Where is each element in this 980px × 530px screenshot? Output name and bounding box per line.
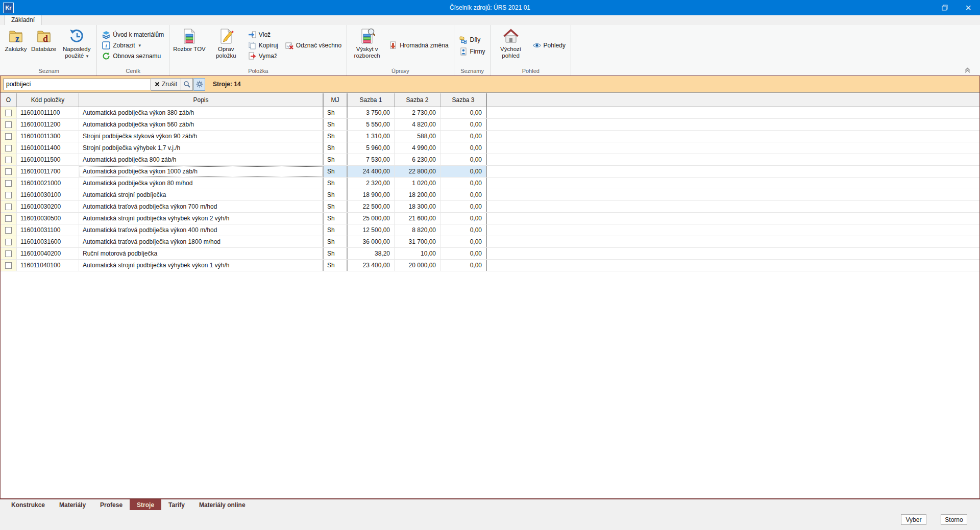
row-checkbox[interactable] — [5, 180, 12, 187]
ribbon-button-obnova-seznamu[interactable]: Obnova seznamu — [101, 52, 165, 61]
table-row[interactable]: 116010011400Strojní podbíječka výhybek 1… — [1, 142, 979, 154]
cancel-button[interactable]: Storno — [941, 514, 967, 525]
cell-mj: Sh — [324, 154, 348, 165]
row-checkbox[interactable] — [5, 157, 12, 163]
close-window-button[interactable]: × — [957, 0, 980, 15]
cell-code: 116010030100 — [17, 189, 79, 200]
ribbon-button-zobrazit[interactable]: iZobrazit▾ — [101, 41, 165, 50]
ribbon-group-label: Pohled — [493, 67, 569, 75]
row-checkbox[interactable] — [5, 262, 12, 269]
cell-sazba1: 2 320,00 — [348, 178, 395, 189]
ribbon-button-vloz[interactable]: Vlož — [247, 30, 280, 39]
ribbon-button-odznac-vsechno[interactable]: Odznač všechno — [284, 41, 343, 50]
table-row[interactable]: 116010030200Automatická traťová podbíječ… — [1, 201, 979, 213]
uncheck-all-icon — [285, 41, 293, 49]
row-select-cell — [1, 166, 17, 177]
bottom-tab-konstrukce[interactable]: Konstrukce — [4, 499, 52, 510]
table-row[interactable]: 116010011100Automatická podbíječka výkon… — [1, 107, 979, 119]
search-icon — [183, 81, 190, 88]
column-header-popis[interactable]: Popis — [79, 93, 324, 107]
bottom-tab-materialy-online[interactable]: Materiály online — [192, 499, 253, 510]
cell-popis: Automatická traťová podbíječka výkon 700… — [79, 201, 324, 212]
table-row[interactable]: 116010030100Automatická strojní podbíječ… — [1, 189, 979, 201]
insert-icon — [248, 31, 256, 39]
ribbon-group-polozka: Rozbor TOVOprav položkuVložKopírujVymažO… — [169, 25, 347, 75]
column-header-kod-polozky[interactable]: Kód položky — [17, 93, 79, 107]
cell-sazba3: 0,00 — [440, 178, 487, 189]
window-controls: × — [933, 0, 980, 15]
row-select-cell — [1, 178, 17, 189]
row-checkbox[interactable] — [5, 121, 12, 128]
cell-sazba3: 0,00 — [440, 201, 487, 212]
search-input[interactable] — [3, 79, 151, 90]
select-button[interactable]: Vyber — [901, 514, 926, 525]
row-checkbox[interactable] — [5, 227, 12, 234]
ribbon: zZakázkydDatabázeNaposledy použité ▾Sezn… — [0, 25, 980, 75]
row-checkbox[interactable] — [5, 204, 12, 210]
cell-sazba2: 22 800,00 — [395, 166, 440, 177]
ribbon-button-vyskyt-v-rozborech[interactable]: Výskyt v rozborech — [349, 26, 385, 60]
ribbon-button-kopiruj[interactable]: Kopíruj — [247, 41, 280, 50]
row-checkbox[interactable] — [5, 168, 12, 175]
column-header-sazba-1[interactable]: Sazba 1 — [348, 93, 395, 107]
table-row[interactable]: 116011040100Automatická strojní podbíječ… — [1, 260, 979, 271]
column-header-sazba-2[interactable]: Sazba 2 — [395, 93, 440, 107]
column-header-sazba-3[interactable]: Sazba 3 — [440, 93, 487, 107]
gear-icon — [196, 81, 203, 88]
cell-popis: Automatická strojní podbíječka výhybek v… — [79, 213, 324, 224]
ribbon-button-hromadna-zmena[interactable]: Hromadná změna — [387, 41, 450, 50]
ribbon-button-label: Díly — [470, 36, 481, 43]
bottom-tab-bar: KonstrukceMateriályProfeseStrojeTarifyMa… — [0, 499, 980, 510]
search-button[interactable] — [181, 78, 193, 91]
row-checkbox[interactable] — [5, 133, 12, 140]
ribbon-button-firmy[interactable]: Firmy — [458, 47, 487, 56]
views-eye-icon — [533, 41, 541, 49]
restore-window-button[interactable] — [933, 0, 957, 15]
row-checkbox[interactable] — [5, 110, 12, 116]
cell-sazba1: 18 900,00 — [348, 189, 395, 200]
bottom-tab-stroje[interactable]: Stroje — [130, 499, 161, 510]
ribbon-button-naposledy-pouzite[interactable]: Naposledy použité ▾ — [58, 26, 95, 61]
cell-mj: Sh — [324, 166, 348, 177]
row-checkbox[interactable] — [5, 239, 12, 245]
ribbon-button-pohledy[interactable]: Pohledy — [531, 41, 567, 50]
ribbon-button-rozbor-tov[interactable]: Rozbor TOV — [171, 26, 208, 54]
ribbon-button-oprav-polozku[interactable]: Oprav položku — [208, 26, 244, 60]
table-row[interactable]: 116010011700Automatická podbíječka výkon… — [1, 166, 979, 178]
result-count-label: Stroje: 14 — [213, 81, 241, 88]
table-row[interactable]: 116010021000Automatická podbíječka výkon… — [1, 178, 979, 189]
table-row[interactable]: 116010031600Automatická traťová podbíječ… — [1, 236, 979, 248]
cell-popis: Strojní podbíječka výhybek 1,7 v.j./h — [79, 142, 324, 154]
window-title: Číselník zdrojů: ÚRS 2021 01 — [0, 4, 980, 11]
ribbon-button-label: Naposledy použité ▾ — [60, 46, 93, 60]
ribbon-button-databaze[interactable]: dDatabáze — [29, 26, 58, 54]
table-row[interactable]: 116010011500Automatická podbíječka 800 z… — [1, 154, 979, 166]
table-row[interactable]: 116010040200Ruční motorová podbíječkaSh3… — [1, 248, 979, 260]
ribbon-button-vymaz[interactable]: Vymaž — [247, 52, 280, 61]
table-row[interactable]: 116010031100Automatická traťová podbíječ… — [1, 224, 979, 236]
main-panel: Zrušit Stroje: 14 OKód položkyPopisMJSaz… — [0, 75, 980, 499]
ribbon-tab-zakladni[interactable]: Základní — [4, 15, 42, 25]
bottom-tab-profese[interactable]: Profese — [93, 499, 130, 510]
row-checkbox[interactable] — [5, 192, 12, 198]
table-row[interactable]: 116010030500Automatická strojní podbíječ… — [1, 213, 979, 224]
column-header-mj[interactable]: MJ — [324, 93, 348, 107]
cell-sazba2: 6 230,00 — [395, 154, 440, 165]
table-row[interactable]: 116010011300Strojní podbíječka styková v… — [1, 131, 979, 142]
collapse-ribbon-button[interactable] — [962, 65, 973, 74]
search-cancel-button[interactable]: Zrušit — [151, 78, 181, 91]
search-settings-button[interactable] — [193, 78, 205, 91]
ribbon-button-zakazky[interactable]: zZakázky — [3, 26, 29, 54]
cell-sazba2: 4 820,00 — [395, 119, 440, 130]
row-checkbox[interactable] — [5, 215, 12, 222]
ribbon-button-vychozi-pohled[interactable]: Výchozí pohled — [493, 26, 529, 60]
ribbon-button-dily[interactable]: Díly — [458, 35, 487, 44]
ribbon-button-uvod-k-materialum[interactable]: Úvod k materiálům — [101, 30, 165, 39]
bottom-tab-materialy[interactable]: Materiály — [52, 499, 93, 510]
table-row[interactable]: 116010011200Automatická podbíječka výkon… — [1, 119, 979, 131]
bottom-tab-tarify[interactable]: Tarify — [161, 499, 192, 510]
ribbon-button-label: Oprav položku — [210, 46, 242, 59]
row-checkbox[interactable] — [5, 250, 12, 257]
column-header-o[interactable]: O — [1, 93, 17, 107]
row-checkbox[interactable] — [5, 145, 12, 152]
